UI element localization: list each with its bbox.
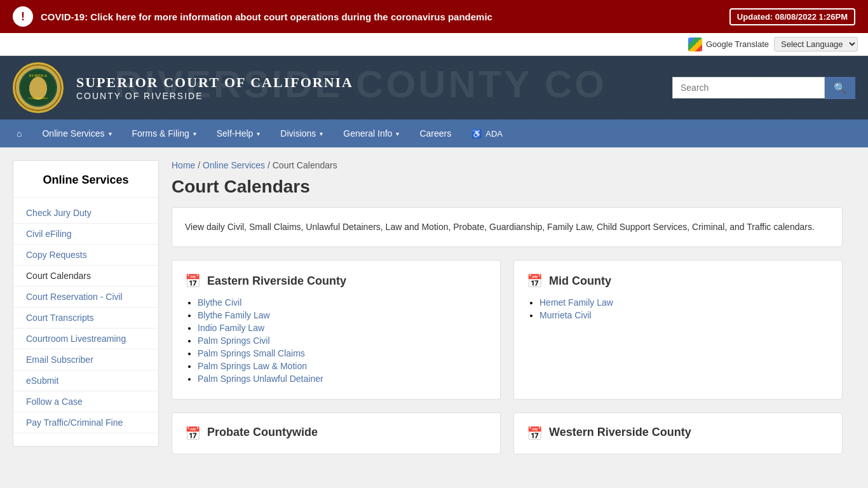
main-content: Online Services Check Jury Duty Civil eF… <box>0 147 868 467</box>
nav-general-info[interactable]: General Info ▾ <box>333 119 409 147</box>
follow-a-case-link[interactable]: Follow a Case <box>26 396 83 407</box>
chevron-down-icon: ▾ <box>396 130 399 137</box>
search-button[interactable]: 🔍 <box>825 77 855 99</box>
civil-efiling-link[interactable]: Civil eFiling <box>26 229 72 239</box>
blythe-family-law-link[interactable]: Blythe Family Law <box>198 310 270 320</box>
google-translate-icon <box>688 37 702 51</box>
courtroom-livestreaming-link[interactable]: Courtroom Livestreaming <box>26 334 126 344</box>
sidebar-title: Online Services <box>13 173 158 198</box>
check-jury-duty-link[interactable]: Check Jury Duty <box>26 208 92 218</box>
sidebar-item-court-transcripts[interactable]: Court Transcripts <box>13 308 158 329</box>
covid-update-badge: Updated: 08/08/2022 1:26PM <box>729 8 855 25</box>
court-title-block: Superior Court of California County of R… <box>76 74 353 101</box>
nav-online-services[interactable]: Online Services ▾ <box>32 119 121 147</box>
covid-banner-text: COVID-19: Click here for more informatio… <box>41 11 492 22</box>
list-item: Palm Springs Small Claims <box>198 348 487 358</box>
description-box: View daily Civil, Small Claims, Unlawful… <box>172 207 843 247</box>
court-county: County of Riverside <box>76 91 353 101</box>
chevron-down-icon: ▾ <box>109 130 112 137</box>
breadcrumb-online-services[interactable]: Online Services <box>203 160 265 170</box>
breadcrumb-sep2: / <box>268 160 273 170</box>
sidebar-item-check-jury-duty[interactable]: Check Jury Duty <box>13 203 158 224</box>
sidebar-item-courtroom-livestreaming[interactable]: Courtroom Livestreaming <box>13 329 158 349</box>
description-text: View daily Civil, Small Claims, Unlawful… <box>185 220 829 234</box>
nav-divisions-label: Divisions <box>280 128 316 139</box>
copy-requests-link[interactable]: Copy Requests <box>26 250 87 260</box>
chevron-down-icon: ▾ <box>320 130 323 137</box>
page-title: Court Calendars <box>172 177 843 197</box>
probate-title-text: Probate Countywide <box>207 426 318 439</box>
page-content: Home / Online Services / Court Calendars… <box>159 160 855 454</box>
nav-careers[interactable]: Careers <box>409 119 461 147</box>
google-translate-widget: Google Translate <box>688 37 769 51</box>
mid-county-title-text: Mid County <box>549 274 611 288</box>
header-search: 🔍 <box>672 77 855 99</box>
breadcrumb-sep1: / <box>198 160 203 170</box>
calendar-icon-mid: 📅 <box>527 273 543 288</box>
site-header: RIVERSIDE COUNTY CO EUREKA CALIFORNIA Su… <box>0 56 868 119</box>
language-select[interactable]: Select Language <box>774 37 858 51</box>
palm-springs-civil-link[interactable]: Palm Springs Civil <box>198 336 270 346</box>
western-card-partial: 📅 Western Riverside County <box>513 412 843 454</box>
court-seal: EUREKA CALIFORNIA <box>13 62 64 113</box>
nav-home[interactable]: ⌂ <box>6 119 32 147</box>
calendar-icon-eastern: 📅 <box>185 273 201 288</box>
sidebar-item-copy-requests[interactable]: Copy Requests <box>13 245 158 266</box>
court-name: Superior Court of California <box>76 74 353 91</box>
home-icon: ⌂ <box>17 128 22 139</box>
nav-forms-filing-label: Forms & Filing <box>132 128 189 139</box>
search-input[interactable] <box>672 77 825 98</box>
covid-banner[interactable]: ! COVID-19: Click here for more informat… <box>0 0 868 33</box>
sidebar-item-esubmit[interactable]: eSubmit <box>13 370 158 391</box>
list-item: Blythe Civil <box>198 297 487 308</box>
esubmit-link[interactable]: eSubmit <box>26 376 58 386</box>
chevron-down-icon: ▾ <box>257 130 260 137</box>
list-item: Palm Springs Law & Motion <box>198 361 487 371</box>
mid-county-links-list: Hemet Family Law Murrieta Civil <box>527 297 829 320</box>
svg-text:CALIFORNIA: CALIFORNIA <box>29 97 48 100</box>
breadcrumb-current: Court Calendars <box>273 160 337 170</box>
list-item: Blythe Family Law <box>198 310 487 320</box>
calendar-grid: 📅 Eastern Riverside County Blythe Civil … <box>172 260 843 454</box>
eastern-riverside-title: 📅 Eastern Riverside County <box>185 273 487 288</box>
nav-online-services-label: Online Services <box>42 128 104 139</box>
email-subscriber-link[interactable]: Email Subscriber <box>26 355 93 365</box>
covid-warning-icon: ! <box>13 6 33 27</box>
eastern-riverside-card: 📅 Eastern Riverside County Blythe Civil … <box>172 260 501 400</box>
hemet-family-law-link[interactable]: Hemet Family Law <box>539 297 613 308</box>
nav-general-info-label: General Info <box>343 128 392 139</box>
indio-family-law-link[interactable]: Indio Family Law <box>198 323 264 333</box>
nav-ada[interactable]: ♿ ADA <box>461 120 513 147</box>
main-nav: ⌂ Online Services ▾ Forms & Filing ▾ Sel… <box>0 119 868 147</box>
blythe-civil-link[interactable]: Blythe Civil <box>198 297 241 308</box>
list-item: Indio Family Law <box>198 323 487 333</box>
palm-springs-unlawful-detainer-link[interactable]: Palm Springs Unlawful Detainer <box>198 374 323 384</box>
breadcrumb: Home / Online Services / Court Calendars <box>172 160 843 170</box>
sidebar-item-court-calendars: Court Calendars <box>13 266 158 287</box>
mid-county-title: 📅 Mid County <box>527 273 829 288</box>
nav-self-help[interactable]: Self-Help ▾ <box>207 119 271 147</box>
palm-springs-law-motion-link[interactable]: Palm Springs Law & Motion <box>198 361 307 371</box>
sidebar-item-civil-efiling[interactable]: Civil eFiling <box>13 224 158 245</box>
eastern-links-list: Blythe Civil Blythe Family Law Indio Fam… <box>185 297 487 384</box>
sidebar: Online Services Check Jury Duty Civil eF… <box>13 160 159 447</box>
pay-traffic-link[interactable]: Pay Traffic/Criminal Fine <box>26 417 123 428</box>
nav-divisions[interactable]: Divisions ▾ <box>270 119 333 147</box>
court-reservation-civil-link[interactable]: Court Reservation - Civil <box>26 292 123 302</box>
nav-self-help-label: Self-Help <box>217 128 254 139</box>
nav-ada-label: ADA <box>485 129 503 139</box>
list-item: Murrieta Civil <box>539 310 829 320</box>
calendar-icon-probate: 📅 <box>185 426 201 441</box>
sidebar-item-court-reservation-civil[interactable]: Court Reservation - Civil <box>13 287 158 308</box>
nav-forms-filing[interactable]: Forms & Filing ▾ <box>122 119 207 147</box>
palm-springs-small-claims-link[interactable]: Palm Springs Small Claims <box>198 348 305 358</box>
sidebar-item-follow-a-case[interactable]: Follow a Case <box>13 391 158 412</box>
breadcrumb-home[interactable]: Home <box>172 160 195 170</box>
mid-county-card: 📅 Mid County Hemet Family Law Murrieta C… <box>513 260 843 400</box>
sidebar-item-email-subscriber[interactable]: Email Subscriber <box>13 349 158 370</box>
sidebar-item-pay-traffic[interactable]: Pay Traffic/Criminal Fine <box>13 412 158 433</box>
court-calendars-label: Court Calendars <box>26 271 91 281</box>
court-transcripts-link[interactable]: Court Transcripts <box>26 313 94 323</box>
murrieta-civil-link[interactable]: Murrieta Civil <box>539 310 592 320</box>
accessibility-icon: ♿ <box>471 129 482 139</box>
